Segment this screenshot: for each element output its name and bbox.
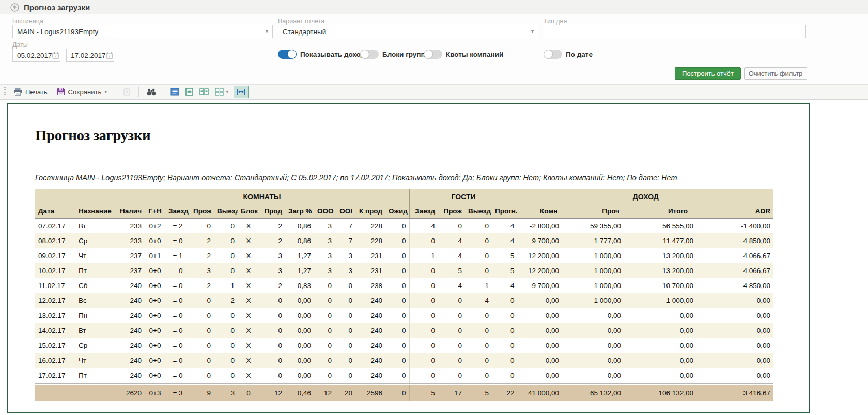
column-header: OOI [335,204,355,218]
cell: 0,00 [518,293,580,308]
toggle-group-blocks[interactable]: Блоки групп [360,50,425,59]
total-cell: 17 [438,385,465,401]
date-to-field[interactable]: 17.02.2017 7 [66,49,114,62]
column-header: Дата [35,204,75,218]
cell: 0 [409,353,438,368]
table-row: 15.02.17Ср2400+0= 000X00,0000240000000,0… [35,338,773,353]
cell: 7 [335,218,355,233]
cell: 0 [385,323,409,338]
toggle-by-date[interactable]: По дате [544,50,593,59]
table-row: 17.02.17Пт2400+0= 000X00,0000240000000,0… [35,368,773,383]
cell: 0 [385,338,409,353]
view-continuous-button[interactable] [168,86,182,98]
find-button[interactable] [143,86,160,98]
view-two-pages-button[interactable] [197,86,211,98]
cell: = 0 [165,353,190,368]
cell: 0,00 [714,368,773,383]
fit-page-width-button[interactable] [234,86,249,98]
cell: 0 [465,353,492,368]
total-cell: 9 [190,385,214,401]
cell: 09.02.17 [35,248,75,263]
cell: 0 [335,278,355,293]
total-cell: 65 132,00 [580,385,642,401]
cell: 0 [214,248,238,263]
save-dropdown-caret[interactable]: ▾ [104,89,107,94]
cell: 0 [409,278,438,293]
toggle-switch [360,50,379,59]
cell: 2 [214,293,238,308]
report-variant-select[interactable]: Стандартный ▾ [278,25,538,38]
cell: 5 [492,263,518,278]
view-multi-pages-button[interactable]: ▾ [212,86,231,98]
column-header: Прод [259,204,285,218]
svg-text:7: 7 [109,54,111,58]
table-row: 08.02.17Ср2330+0= 020X20,8637228004049 7… [35,233,773,248]
calendar-icon[interactable]: 7 [106,52,113,59]
cell: X [238,353,259,368]
cell: 2 [190,233,214,248]
total-cell: 0,46 [285,385,314,401]
cell: 0+2 [145,218,165,233]
cell: 240 [115,353,145,368]
page-blue-icon [171,88,179,96]
paste-button[interactable]: ? [119,86,135,98]
total-row: 26200+3= 3930120,4612202596051752241 000… [35,385,773,401]
view-single-page-button[interactable] [183,86,196,98]
toggle-company-quotas[interactable]: Квоты компаний [424,50,503,59]
cell: 0 [214,218,238,233]
date-from-field[interactable]: 05.02.2017 7 [12,49,60,62]
calendar-icon[interactable]: 7 [52,52,59,59]
cell: 240 [355,353,385,368]
cell: 0 [259,323,285,338]
cell: 16.02.17 [35,353,75,368]
printer-icon [13,88,22,96]
column-header: Прогн. [492,204,518,218]
cell: 0+0 [145,293,165,308]
cell: 3 [314,263,335,278]
cell: 240 [115,368,145,383]
save-button[interactable]: Сохранить ▾ [53,86,112,98]
build-report-button[interactable]: Построить отчёт [675,67,741,80]
cell: 1 000,00 [580,263,642,278]
cell: 0 [190,293,214,308]
hotel-select[interactable]: MAIN - Logus21193Empty ▾ [12,25,273,38]
cell: 0+0 [145,308,165,323]
cell: 0 [385,233,409,248]
toggle-show-income[interactable]: Показывать доход [278,50,365,59]
cell: 3 [259,263,285,278]
cell: 0 [190,218,214,233]
cell: 59 355,00 [580,218,642,233]
multi-pages-caret[interactable]: ▾ [226,89,228,94]
cell: 0 [385,263,409,278]
cell: 0 [492,308,518,323]
cell: 13.02.17 [35,308,75,323]
clear-filter-button[interactable]: Очистить фильтр [744,67,807,80]
toolbar-grip[interactable] [4,87,6,97]
toolbar-separator [115,87,115,97]
cell: 0,00 [518,308,580,323]
cell: X [238,293,259,308]
table-row: 11.02.17Сб2400+0= 021X20,8300238004149 7… [35,278,773,293]
print-button[interactable]: Печать [9,86,52,98]
cell: 0+0 [145,323,165,338]
cell: 240 [115,308,145,323]
cell: 0 [438,323,465,338]
cell: 0 [214,233,238,248]
day-type-input[interactable] [544,25,806,38]
cell: 228 [355,233,385,248]
cell: 0 [438,308,465,323]
cell: Чт [75,248,115,263]
date-from-value: 05.02.2017 [17,52,52,59]
cell: -1 400,00 [714,218,773,233]
cell: 0 [438,368,465,383]
cell: 0 [190,353,214,368]
cell: 0 [314,293,335,308]
cell: 233 [115,218,145,233]
cell: 0,00 [285,338,314,353]
cell: 5 [438,263,465,278]
toggle-switch [424,50,442,59]
total-cell: 3 [214,385,238,401]
cell: 0 [438,218,465,233]
cell: 0+0 [145,233,165,248]
collapse-panel-icon[interactable] [10,3,19,12]
